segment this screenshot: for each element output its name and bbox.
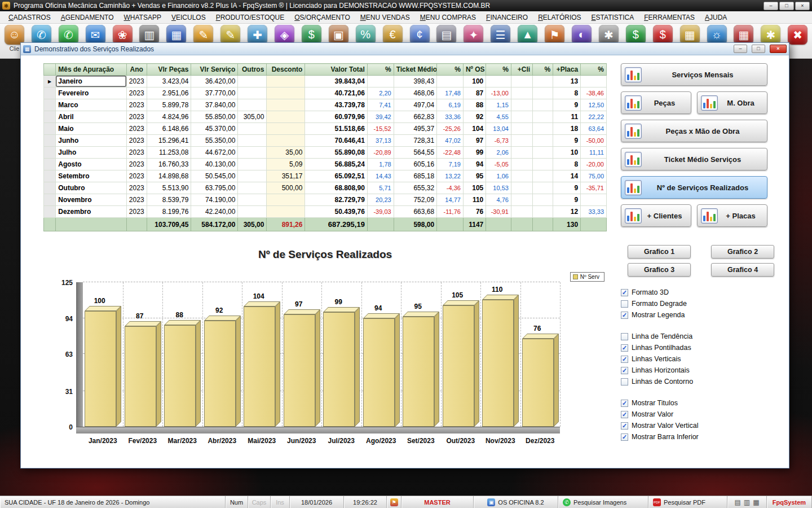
column-header-pct[interactable]: %: [533, 64, 553, 76]
table-row[interactable]: Novembro20238.539,7974.190,0082.729,7920…: [44, 194, 607, 206]
column-header-ticket-m-dio[interactable]: Ticket Médio: [394, 64, 437, 76]
column-header-pct[interactable]: %: [437, 64, 464, 76]
row-selector[interactable]: ▶: [44, 76, 56, 87]
dialog-maximize-button[interactable]: □: [752, 45, 765, 53]
column-header-pct[interactable]: %: [486, 64, 511, 76]
column-header-ano[interactable]: Ano: [126, 64, 147, 76]
panel-button-n-de-servi-os-realizados[interactable]: Nº de Serviços Realizados: [621, 176, 767, 199]
window-close-button[interactable]: ×: [795, 2, 810, 10]
dialog-titlebar[interactable]: ▦ Demonstrativo dos Serviços Realizados …: [21, 43, 789, 55]
panel-button-placas[interactable]: + Placas: [697, 204, 767, 227]
checkbox-mostrar-valor-vertical[interactable]: ✓Mostrar Valor Vertical: [621, 420, 769, 431]
table-row[interactable]: Junho202315.296,4155.350,0070.646,4137,1…: [44, 135, 607, 147]
menu-item-produto-estoque[interactable]: PRODUTO/ESTOQUE: [211, 12, 290, 23]
search-pdf-button[interactable]: PDF Pesquisar PDF: [648, 496, 727, 508]
panel-button-pe-as-x-m-o-de-obra[interactable]: Peças x Mão de Obra: [621, 120, 767, 142]
row-selector[interactable]: [44, 182, 56, 194]
column-header-cli[interactable]: +Cli: [511, 64, 532, 76]
menu-item-cadastros[interactable]: CADASTROS: [3, 12, 56, 23]
menu-item-agendamento[interactable]: AGENDAMENTO: [56, 12, 119, 23]
table-cell: 1,15: [486, 99, 511, 111]
menu-item-os-or-amento[interactable]: OS/ORÇAMENTO: [289, 12, 355, 23]
row-selector[interactable]: [44, 123, 56, 135]
scanner-icon[interactable]: ▥: [744, 498, 750, 506]
row-selector[interactable]: [44, 170, 56, 182]
checkbox-linhas-verticais[interactable]: ✓Linhas Verticais: [621, 353, 769, 365]
menu-item-ajuda[interactable]: AJUDA: [700, 12, 732, 23]
panel-button-ticket-m-dio-servi-os[interactable]: Ticket Médio Serviços: [621, 148, 767, 170]
table-cell: [533, 170, 553, 182]
checkbox-linhas-horizontais[interactable]: ✓Linhas Horizontais: [621, 365, 769, 376]
table-row[interactable]: ▶Janeiro20233.423,0436.420,0039.843,0439…: [44, 76, 607, 87]
menu-item-menu-vendas[interactable]: MENU VENDAS: [355, 12, 415, 23]
table-row[interactable]: Julho202311.253,0844.672,0035,0055.890,0…: [44, 147, 607, 159]
column-header-n-os[interactable]: Nº OS: [463, 64, 486, 76]
menu-item-relat-rios[interactable]: RELATÓRIOS: [533, 12, 586, 23]
row-selector[interactable]: [44, 111, 56, 123]
table-header-row: Mês de ApuraçãoAnoVlr PeçasVlr ServiçoOu…: [44, 64, 607, 76]
row-selector[interactable]: [44, 87, 56, 99]
panel-button-servi-os-mensais[interactable]: Serviços Mensais: [621, 63, 767, 86]
checkbox-mostrar-titulos[interactable]: ✓Mostrar Titulos: [621, 397, 769, 409]
row-selector[interactable]: [44, 135, 56, 147]
table-row[interactable]: Fevereiro20232.951,0637.770,0040.721,062…: [44, 87, 607, 99]
column-header-placa[interactable]: +Placa: [553, 64, 581, 76]
button-grafico-1[interactable]: Grafico 1: [628, 245, 691, 259]
x-axis-label: Dez/2023: [520, 437, 561, 445]
side-panel: Serviços MensaisPeçasM. ObraPeças x Mão …: [621, 63, 769, 453]
menu-item-menu-compras[interactable]: MENU COMPRAS: [415, 12, 481, 23]
table-row[interactable]: Outubro20235.513,9063.795,00500,0068.808…: [44, 182, 607, 194]
table-row[interactable]: Agosto202316.760,3340.130,005,0956.885,2…: [44, 159, 607, 170]
menu-item-veiculos[interactable]: VEICULOS: [166, 12, 211, 23]
dialog-minimize-button[interactable]: –: [734, 45, 747, 53]
menu-item-financeiro[interactable]: FINANCEIRO: [481, 12, 533, 23]
row-selector[interactable]: [44, 194, 56, 206]
table-row[interactable]: Dezembro20238.199,7642.240,0050.439,76-3…: [44, 206, 607, 218]
table-cell: [437, 76, 464, 87]
row-selector[interactable]: [44, 206, 56, 218]
checkbox-mostrar-legenda[interactable]: ✓Mostrar Legenda: [621, 309, 769, 321]
dialog-close-button[interactable]: ×: [770, 45, 787, 53]
menu-item-ferramentas[interactable]: FERRAMENTAS: [639, 12, 700, 23]
table-cell: 2023: [126, 147, 147, 159]
printer-icon[interactable]: ▤: [734, 498, 740, 506]
row-selector[interactable]: [44, 159, 56, 170]
menu-item-estatistica[interactable]: ESTATISTICA: [586, 12, 639, 23]
column-header-pct[interactable]: %: [367, 64, 394, 76]
panel-button-clientes[interactable]: + Clientes: [621, 204, 691, 227]
checkbox-mostrar-barra-inferior[interactable]: ✓Mostrar Barra Inferior: [621, 431, 769, 443]
row-selector[interactable]: [44, 147, 56, 159]
panel-button-pe-as[interactable]: Peças: [621, 91, 691, 114]
window-maximize-button[interactable]: □: [779, 2, 794, 10]
row-selector[interactable]: [44, 99, 56, 111]
x-axis-label: Abr/2023: [202, 437, 242, 445]
checkbox-linha-de-tend-ncia[interactable]: Linha de Tendência: [621, 331, 769, 342]
button-grafico-2[interactable]: Grafico 2: [711, 245, 774, 259]
table-row[interactable]: Maio20236.148,6645.370,0051.518,66-15,52…: [44, 123, 607, 135]
panel-button-m-obra[interactable]: M. Obra: [697, 91, 767, 114]
toolbar-sair-icon[interactable]: ✖: [786, 25, 809, 57]
search-images-button[interactable]: ✆ Pesquisar Imagens: [558, 496, 648, 508]
column-header-valor-total[interactable]: Valor Total: [305, 64, 368, 76]
button-grafico-3[interactable]: Grafico 3: [628, 263, 691, 277]
checkbox-linhas-pontilhadas[interactable]: ✓Linhas Pontilhadas: [621, 342, 769, 353]
checkbox-formato-3d[interactable]: ✓Formato 3D: [621, 287, 769, 298]
table-row[interactable]: Marco20235.899,7837.840,0043.739,787,414…: [44, 99, 607, 111]
monitor-icon[interactable]: ▦: [753, 498, 759, 506]
column-header-desconto[interactable]: Desconto: [267, 64, 305, 76]
window-minimize-button[interactable]: –: [764, 2, 778, 10]
table-cell: [238, 170, 267, 182]
table-cell: [238, 147, 267, 159]
checkbox-mostrar-valor[interactable]: ✓Mostrar Valor: [621, 409, 769, 420]
column-header-outros[interactable]: Outros: [238, 64, 267, 76]
column-header-vlr-pe-as[interactable]: Vlr Peças: [147, 64, 191, 76]
checkbox-linhas-de-contorno[interactable]: Linhas de Contorno: [621, 376, 769, 387]
menu-item-whatsapp[interactable]: WHATSAPP: [119, 12, 166, 23]
checkbox-formato-degrade[interactable]: Formato Degrade: [621, 298, 769, 309]
column-header-m-s-de-apura-o[interactable]: Mês de Apuração: [56, 64, 126, 76]
table-row[interactable]: Abril20234.824,9655.850,00305,0060.979,9…: [44, 111, 607, 123]
button-grafico-4[interactable]: Grafico 4: [711, 263, 774, 277]
table-row[interactable]: Setembro202314.898,6850.545,00351,1765.0…: [44, 170, 607, 182]
column-header-vlr-servi-o[interactable]: Vlr Serviço: [191, 64, 238, 76]
column-header-pct[interactable]: %: [581, 64, 607, 76]
